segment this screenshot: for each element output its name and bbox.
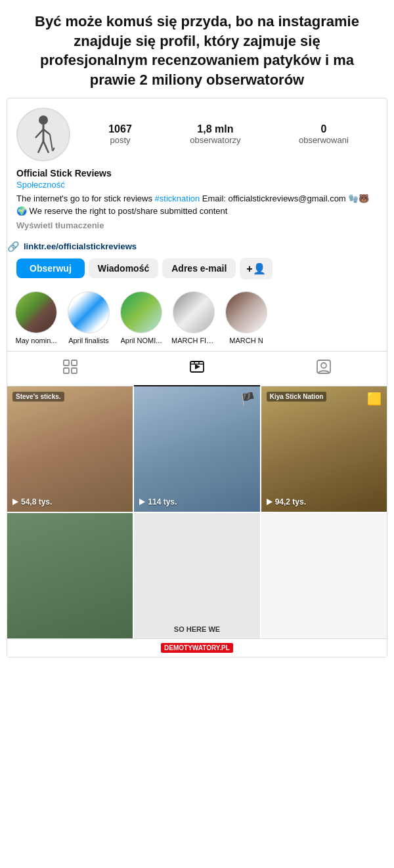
instagram-card: 1067 posty 1,8 mln obserwatorzy 0 obserw… [7, 98, 387, 658]
bio-text-part1: The internet's go to for stick reviews [16, 194, 155, 203]
post-2-flag: 🏴 [240, 392, 255, 406]
email-button[interactable]: Adres e-mail [162, 258, 236, 278]
avatar [16, 108, 70, 161]
tab-tagged[interactable] [260, 352, 387, 386]
tab-reels[interactable] [134, 352, 261, 386]
profile-name: Official Stick Reviews [16, 168, 378, 178]
post-1-label: Steve's sticks. [12, 392, 64, 402]
svg-rect-10 [72, 368, 77, 373]
svg-point-17 [321, 363, 326, 368]
highlight-april-finalists[interactable]: April finalists [66, 291, 111, 344]
tab-bar [7, 351, 387, 386]
following-count: 0 [320, 123, 326, 135]
highlight-circle-3 [120, 291, 162, 333]
highlight-circle-2 [68, 291, 110, 333]
reels-icon [190, 360, 204, 378]
highlight-label-1: May nomin... [16, 337, 57, 344]
post-1-views: 54,8 tys. [12, 497, 52, 506]
grid-icon [63, 360, 77, 378]
bio-text: The internet's go to for stick reviews #… [16, 192, 378, 218]
action-buttons: Obserwuj Wiadomość Adres e-mail +👤 [7, 258, 387, 287]
followers-label: obserwatorzy [190, 135, 240, 145]
profile-link-text[interactable]: linktr.ee/officialstickreviews [24, 241, 137, 251]
add-friend-button[interactable]: +👤 [240, 258, 272, 279]
stat-followers: 1,8 mln obserwatorzy [190, 123, 240, 145]
message-button[interactable]: Wiadomość [89, 258, 158, 278]
highlight-label-2: April finalists [68, 337, 109, 344]
posts-count: 1067 [108, 123, 132, 135]
svg-rect-9 [64, 368, 69, 373]
highlight-march-fin[interactable]: MARCH FIN... [171, 291, 216, 344]
stat-posts: 1067 posty [108, 123, 132, 145]
svg-line-2 [35, 129, 43, 138]
highlight-circle-5 [225, 291, 267, 333]
svg-line-4 [38, 141, 43, 153]
posts-grid: Steve's sticks. 54,8 tys. 🏴 114 tys. 🟨 K… [7, 386, 387, 639]
svg-point-0 [39, 115, 48, 125]
followers-count: 1,8 mln [197, 123, 233, 135]
bottom-bar: DEMOTYWATORY.PL [7, 638, 387, 657]
show-more-button[interactable]: Wyświetl tłumaczenie [16, 220, 378, 230]
stat-following: 0 obserwowani [299, 123, 349, 145]
profile-link[interactable]: 🔗 linktr.ee/officialstickreviews [7, 237, 387, 258]
posts-label: posty [110, 135, 130, 145]
highlights-row: May nomin... April finalists April NOMI.… [7, 287, 387, 351]
post-1[interactable]: Steve's sticks. 54,8 tys. [7, 386, 133, 512]
highlight-circle-4 [173, 291, 215, 333]
highlight-march-n[interactable]: MARCH N [224, 291, 269, 344]
post-5[interactable]: SO HERE WE [134, 513, 259, 638]
highlight-label-4: MARCH FIN... [171, 337, 216, 344]
page-title: Być może komuś się przyda, bo na instagr… [0, 0, 394, 98]
play-icon-2 [139, 499, 145, 505]
svg-marker-12 [195, 364, 200, 369]
post-4[interactable] [7, 513, 133, 638]
play-icon-1 [12, 499, 18, 505]
post-3-views: 94,2 tys. [267, 497, 306, 506]
highlight-may-nomin[interactable]: May nomin... [14, 291, 58, 344]
following-label: obserwowani [299, 135, 349, 145]
bio-hashtag[interactable]: #sticknation [155, 194, 200, 203]
profile-header: 1067 posty 1,8 mln obserwatorzy 0 obserw… [7, 98, 387, 168]
svg-rect-8 [72, 360, 77, 365]
post-3-label: Kiya Stick Nation [267, 392, 327, 402]
demotywatory-badge: DEMOTYWATORY.PL [161, 643, 233, 653]
highlight-label-5: MARCH N [229, 337, 263, 344]
follow-button[interactable]: Obserwuj [16, 258, 85, 278]
highlight-april-nomi[interactable]: April NOMI... [119, 291, 164, 344]
link-icon: 🔗 [7, 241, 20, 253]
tab-grid[interactable] [7, 352, 134, 386]
bio-section: Official Stick Reviews Społeczność The i… [7, 168, 387, 237]
stats-row: 1067 posty 1,8 mln obserwatorzy 0 obserw… [79, 123, 378, 145]
svg-line-6 [50, 134, 53, 151]
svg-rect-7 [64, 360, 69, 365]
svg-line-5 [43, 141, 49, 153]
profile-category[interactable]: Społeczność [16, 180, 378, 190]
post-3-flag: 🟨 [367, 392, 382, 406]
post-2-views: 114 tys. [139, 497, 177, 506]
highlight-circle-1 [15, 291, 57, 333]
highlight-label-3: April NOMI... [121, 337, 162, 344]
tagged-icon [317, 360, 331, 378]
post-3[interactable]: 🟨 Kiya Stick Nation 94,2 tys. [261, 386, 387, 512]
post-5-text: SO HERE WE [174, 625, 220, 633]
play-icon-3 [267, 499, 273, 505]
post-6[interactable] [261, 513, 387, 638]
post-2[interactable]: 🏴 114 tys. [134, 386, 259, 512]
